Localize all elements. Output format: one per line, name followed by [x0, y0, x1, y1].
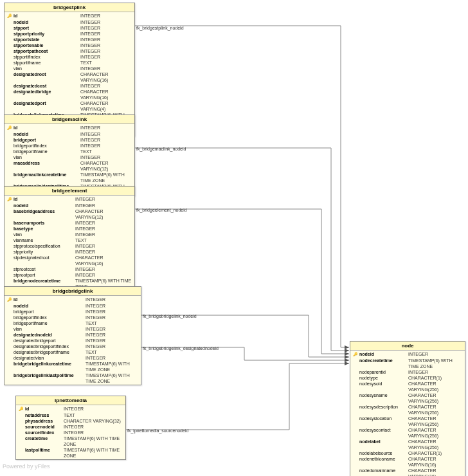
key-spacer	[353, 381, 359, 392]
column-type: INTEGER	[64, 430, 123, 435]
column-type: INTEGER	[86, 303, 138, 309]
key-spacer	[353, 468, 359, 476]
key-spacer	[7, 232, 14, 237]
column-row: nodeidINTEGER	[6, 19, 133, 25]
column-type: INTEGER	[408, 351, 462, 358]
key-spacer	[7, 48, 14, 54]
key-spacer	[19, 418, 25, 424]
column-type: INTEGER	[75, 220, 132, 226]
column-type: CHARACTER VARYING(256)	[408, 392, 462, 404]
column-row: nodesysnameCHARACTER VARYING(256)	[352, 392, 464, 404]
fk-label-bridgebridgelink-designated: fk_bridgebridgelink_designatednodeid	[143, 346, 219, 351]
key-spacer	[7, 243, 14, 249]
column-name: stprootport	[14, 272, 75, 278]
column-name: sourceifindex	[25, 430, 64, 435]
key-spacer	[7, 143, 14, 149]
column-name: macaddress	[14, 160, 80, 172]
column-name: nodeid	[14, 203, 75, 208]
primary-key-icon: 🔑	[353, 351, 359, 358]
column-name: bridgebridgelinkcreatetime	[14, 361, 86, 372]
column-row: 🔑nodeidINTEGER	[352, 351, 464, 358]
column-name: bridgeportifname	[14, 149, 80, 154]
key-spacer	[19, 412, 25, 418]
column-row: nodesysoidCHARACTER VARYING(256)	[352, 381, 464, 392]
key-spacer	[7, 137, 14, 143]
key-spacer	[353, 427, 359, 439]
column-name: nodesyslocation	[359, 416, 408, 427]
column-name: basebridgeaddress	[14, 208, 75, 220]
column-name: bridgeportifname	[14, 320, 86, 326]
key-spacer	[353, 392, 359, 404]
key-spacer	[353, 450, 359, 456]
column-name: bridgeport	[14, 309, 86, 315]
column-type: CHARACTER VARYING(32)	[64, 418, 123, 424]
column-row: nodetypeCHARACTER(1)	[352, 375, 464, 381]
key-spacer	[7, 19, 14, 25]
column-row: nodelabelsourceCHARACTER(1)	[352, 450, 464, 456]
column-row: 🔑idINTEGER	[6, 297, 140, 303]
column-row: nodeidINTEGER	[6, 203, 133, 208]
key-spacer	[19, 435, 25, 447]
column-type: CHARACTER VARYING(16)	[408, 456, 462, 468]
column-name: bridgebridgelinklastpolltime	[14, 372, 86, 384]
column-row: physaddressCHARACTER VARYING(32)	[17, 418, 124, 424]
column-type: INTEGER	[80, 13, 132, 19]
column-type: INTEGER	[80, 83, 132, 89]
column-type: TIMESTAMP(6) WITH TIME ZONE	[86, 361, 138, 372]
column-name: id	[25, 406, 64, 412]
column-type: INTEGER	[75, 249, 132, 255]
column-row: sourceifindexINTEGER	[17, 430, 124, 435]
column-row: designatedbridgeportifnameTEXT	[6, 349, 140, 355]
column-name: id	[14, 297, 86, 303]
key-spacer	[7, 203, 14, 208]
entity-bridgebridgelink: bridgebridgelink🔑idINTEGERnodeidINTEGERb…	[4, 286, 141, 385]
column-type: INTEGER	[80, 37, 132, 42]
column-name: designatedbridgeport	[14, 338, 86, 343]
column-name: sourcenodeid	[25, 424, 64, 430]
column-name: nodeid	[359, 351, 408, 358]
column-type: TIMESTAMP(6) WITH TIME ZONE	[64, 447, 123, 459]
key-spacer	[7, 266, 14, 272]
column-type: TEXT	[80, 60, 132, 66]
column-row: basebridgeaddressCHARACTER VARYING(12)	[6, 208, 133, 220]
key-spacer	[7, 60, 14, 66]
column-type: INTEGER	[80, 143, 132, 149]
column-row: basetypeINTEGER	[6, 226, 133, 232]
column-row: 🔑idINTEGER	[17, 406, 124, 412]
column-name: nodenetbiosname	[359, 456, 408, 468]
column-row: 🔑idINTEGER	[6, 13, 133, 19]
column-type: TEXT	[64, 412, 123, 418]
key-spacer	[7, 372, 14, 384]
column-name: bridgemaclinkcreatetime	[14, 172, 80, 183]
key-spacer	[7, 315, 14, 320]
column-name: id	[14, 13, 80, 19]
column-type: CHARACTER VARYING(12)	[75, 208, 132, 220]
column-name: stppriority	[14, 249, 75, 255]
column-row: bridgeportINTEGER	[6, 137, 133, 143]
column-name: designatedcost	[14, 83, 80, 89]
column-row: vlanINTEGER	[6, 154, 133, 160]
key-spacer	[19, 424, 25, 430]
column-row: stpportpathcostINTEGER	[6, 48, 133, 54]
key-spacer	[7, 172, 14, 183]
column-row: bridgebridgelinkcreatetimeTIMESTAMP(6) W…	[6, 361, 140, 372]
key-spacer	[7, 89, 14, 100]
column-type: CHARACTER VARYING(256)	[408, 427, 462, 439]
column-name: basenumports	[14, 220, 75, 226]
key-spacer	[353, 375, 359, 381]
column-row: nodeidINTEGER	[6, 303, 140, 309]
column-type: INTEGER	[75, 196, 132, 203]
column-name: vlan	[14, 66, 80, 71]
column-type: INTEGER	[80, 48, 132, 54]
key-spacer	[7, 31, 14, 37]
key-spacer	[7, 160, 14, 172]
key-spacer	[7, 255, 14, 266]
column-row: 🔑idINTEGER	[6, 196, 133, 203]
key-spacer	[7, 332, 14, 338]
column-name: designatedbridgeportifname	[14, 349, 86, 355]
column-row: basenumportsINTEGER	[6, 220, 133, 226]
column-name: netaddress	[25, 412, 64, 418]
column-row: designatedvlanINTEGER	[6, 355, 140, 361]
key-spacer	[7, 326, 14, 332]
column-row: nodelabelCHARACTER VARYING(256)	[352, 439, 464, 450]
